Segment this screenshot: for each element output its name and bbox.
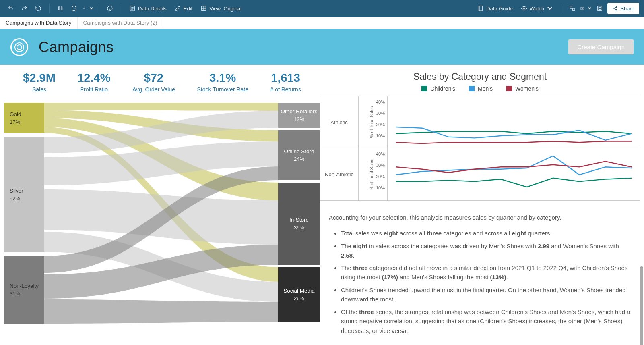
kpi-value: $2.9M (23, 71, 56, 85)
legend-item[interactable]: Children's (421, 85, 455, 92)
watch-button[interactable]: Watch (518, 3, 556, 14)
y-axis: % of Total Sales40%30%20%10% (359, 148, 388, 200)
data-details-label: Data Details (138, 6, 167, 12)
svg-rect-10 (598, 6, 602, 11)
worksheet-tabs: Campaigns with Data StoryCampaigns with … (0, 17, 644, 29)
svg-rect-1 (61, 7, 62, 10)
sankey-target-node[interactable]: Other Retailers12% (278, 103, 320, 128)
facet-label: Non-Athletic (320, 148, 359, 200)
kpi-label: Stock Turnover Rate (197, 86, 248, 93)
undo-button[interactable] (5, 3, 17, 14)
svg-point-13 (616, 6, 617, 7)
kpi-label: Avg. Order Value (132, 86, 175, 93)
kpi-value: 3.1% (197, 71, 248, 85)
legend-item[interactable]: Men's (469, 85, 493, 92)
chart-plot-area[interactable] (388, 148, 640, 200)
refresh-button[interactable] (68, 3, 80, 14)
sankey-source-node[interactable]: Gold17% (4, 103, 44, 133)
scrollbar-indicator[interactable] (640, 266, 643, 345)
chart-series-line[interactable] (396, 156, 632, 175)
kpi-label: Sales (23, 86, 56, 93)
chart-series-line[interactable] (396, 131, 632, 133)
kpi-card: 3.1%Stock Turnover Rate (197, 71, 248, 93)
data-guide-button[interactable]: Data Guide (474, 3, 516, 14)
worksheet-tab[interactable]: Campaigns with Data Story (2) (78, 17, 163, 29)
svg-point-12 (613, 8, 614, 9)
y-axis: % of Total Sales40%30%20%10% (359, 96, 388, 148)
svg-rect-0 (58, 7, 60, 10)
kpi-row: $2.9MSales12.4%Profit Ratio$72Avg. Order… (4, 71, 320, 93)
data-guide-label: Data Guide (486, 6, 513, 12)
story-bullet: The eight in sales across the categories… (341, 241, 631, 260)
kpi-card: 12.4%Profit Ratio (77, 71, 110, 93)
story-bullet: Children's Shoes trended upward the most… (341, 285, 631, 304)
kpi-value: 1,613 (270, 71, 301, 85)
sankey-chart: Gold17%Silver52%Non-Loyalty31% Other Ret… (4, 103, 320, 324)
kpi-label: # of Returns (270, 86, 301, 93)
kpi-value: $72 (132, 71, 175, 85)
svg-rect-5 (479, 6, 483, 11)
story-bullet: The three categories did not all move in… (341, 263, 631, 282)
metrics-button[interactable] (566, 3, 578, 14)
chart-facet: Non-Athletic% of Total Sales40%30%20%10% (320, 148, 640, 201)
sankey-target-node[interactable]: Online Store24% (278, 130, 320, 180)
top-toolbar: Data Details Edit View: Original Data Gu… (0, 0, 644, 17)
sankey-source-node[interactable]: Non-Loyalty31% (4, 256, 44, 324)
story-bullet: Total sales was eight across all three c… (341, 229, 631, 238)
download-button[interactable] (580, 3, 592, 14)
sankey-target-node[interactable]: In-Store39% (278, 183, 320, 265)
story-bullet: Of note, Children's Shoes decreased over… (341, 339, 631, 341)
page-title: Campaigns (39, 39, 114, 56)
chart-series-line[interactable] (396, 162, 632, 173)
watch-label: Watch (530, 6, 544, 12)
kpi-card: $72Avg. Order Value (132, 71, 175, 93)
edit-button[interactable]: Edit (171, 3, 196, 14)
svg-point-2 (107, 6, 112, 11)
explain-button[interactable] (104, 3, 116, 14)
data-details-button[interactable]: Data Details (126, 3, 170, 14)
story-intro: Accounting for your selection, this anal… (329, 213, 631, 222)
edit-label: Edit (184, 6, 192, 12)
sankey-source-node[interactable]: Silver52% (4, 137, 44, 252)
chart-series-line[interactable] (396, 127, 632, 140)
story-bullet: Of the three series, the strongest relat… (341, 307, 631, 335)
worksheet-tab[interactable]: Campaigns with Data Story (0, 17, 78, 29)
chart-series-line[interactable] (396, 141, 632, 143)
chart-title: Sales by Category and Segment (320, 71, 640, 82)
svg-rect-11 (599, 7, 601, 9)
sankey-flow[interactable] (44, 299, 279, 324)
view-button[interactable]: View: Original (197, 3, 245, 14)
kpi-card: $2.9MSales (23, 71, 56, 93)
kpi-label: Profit Ratio (77, 86, 110, 93)
svg-point-14 (616, 9, 617, 10)
create-campaign-button[interactable]: Create Campaign (568, 39, 634, 54)
redo-button[interactable] (19, 3, 31, 14)
chart-plot-area[interactable] (388, 96, 640, 148)
facet-label: Athletic (320, 96, 359, 148)
svg-rect-8 (573, 8, 575, 10)
autorefresh-button[interactable] (82, 3, 94, 14)
view-label: View: Original (209, 6, 242, 12)
sankey-target-node[interactable]: Social Media26% (278, 267, 320, 322)
kpi-value: 12.4% (77, 71, 110, 85)
svg-point-6 (523, 8, 525, 9)
chart-facet: Athletic% of Total Sales40%30%20%10% (320, 96, 640, 148)
share-label: Share (620, 6, 634, 12)
svg-rect-7 (570, 6, 572, 8)
kpi-card: 1,613# of Returns (270, 71, 301, 93)
data-story: Accounting for your selection, this anal… (320, 201, 640, 341)
pause-button[interactable] (54, 3, 66, 14)
chart-series-line[interactable] (396, 178, 632, 187)
legend-item[interactable]: Women's (506, 85, 539, 92)
share-button[interactable]: Share (607, 3, 639, 14)
chart-legend: Children'sMen'sWomen's (320, 85, 640, 92)
campaigns-logo-icon (10, 38, 28, 56)
fullscreen-button[interactable] (594, 3, 606, 14)
sankey-flow[interactable] (44, 103, 279, 111)
page-banner: Campaigns Create Campaign (0, 29, 644, 65)
revert-button[interactable] (32, 3, 44, 14)
